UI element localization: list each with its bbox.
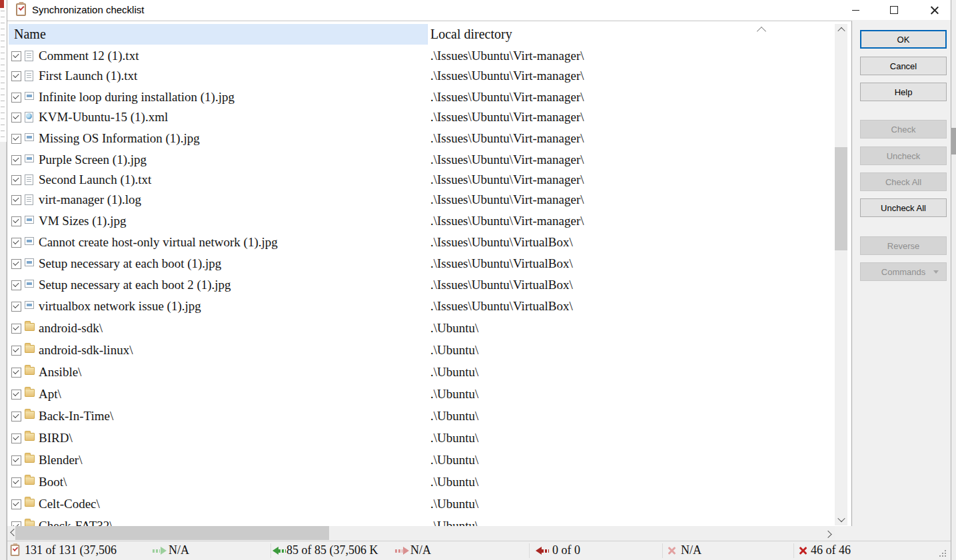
status-text: 131 of 131 (37,506 [25,541,117,559]
ok-button[interactable]: OK [860,30,947,49]
local-directory: .\Ubuntu\ [430,384,478,404]
local-directory: .\Issues\Ubuntu\Virt-manager\ [430,46,584,66]
row-checkbox[interactable] [11,433,21,443]
row-checkbox[interactable] [11,302,21,312]
row-checkbox[interactable] [11,216,21,226]
horizontal-scrollbar[interactable] [7,526,835,540]
list-item[interactable]: Boot\.\Ubuntu\ [7,472,835,492]
list-item[interactable]: Blender\.\Ubuntu\ [7,450,835,470]
local-directory: .\Ubuntu\ [430,362,478,382]
file-name: Second Launch (1).txt [39,170,151,190]
row-checkbox[interactable] [11,455,21,465]
local-directory: .\Issues\Ubuntu\VirtualBox\ [430,232,573,252]
help-button[interactable]: Help [860,83,947,101]
list-item[interactable]: Purple Screen (1).jpg.\Issues\Ubuntu\Vir… [7,150,835,170]
uncheck-all-button[interactable]: Uncheck All [860,198,947,217]
check-all-button-label: Check All [885,177,921,187]
checklist-icon [11,545,20,556]
close-icon [931,6,939,14]
local-directory: .\Ubuntu\ [430,318,478,338]
list-item[interactable]: Apt\.\Ubuntu\ [7,384,835,404]
image-file-icon [25,280,34,288]
row-checkbox[interactable] [11,134,21,144]
status-text: N/A [410,541,431,559]
minimize-icon [852,10,859,11]
uncheck-all-button-label: Uncheck All [881,203,926,213]
row-checkbox[interactable] [11,280,21,290]
list-item[interactable]: Setup necessary at each boot 2 (1).jpg.\… [7,275,835,295]
sync-checklist-window: Synchronization checklist Name Local dir… [7,0,951,560]
commands-button-label: Commands [881,267,925,277]
vertical-scrollbar-thumb[interactable] [835,147,847,250]
row-checkbox[interactable] [11,346,21,356]
row-checkbox[interactable] [11,259,21,269]
arrow-left-green-icon [272,547,286,555]
row-checkbox[interactable] [11,51,21,61]
list-item[interactable]: Cannot create host-only virtual network … [7,232,835,252]
scroll-right-button[interactable] [821,526,835,540]
row-checkbox[interactable] [11,113,21,123]
image-file-icon [25,92,34,100]
row-checkbox[interactable] [11,390,21,400]
column-header-name[interactable]: Name [9,24,428,45]
folder-icon [25,323,35,331]
file-name: Celt-Codec\ [39,494,100,514]
row-checkbox[interactable] [11,238,21,248]
list-item[interactable]: Second Launch (1).txt.\Issues\Ubuntu\Vir… [7,170,835,190]
list-item[interactable]: Setup necessary at each boot (1).jpg.\Is… [7,254,835,274]
status-separator [793,543,794,558]
list-item[interactable]: Infinite loop during installation (1).jp… [7,87,835,107]
background-window-right-edge [951,0,956,560]
file-name: Blender\ [39,450,82,470]
file-name: Purple Screen (1).jpg [39,150,147,170]
list-item[interactable]: First Launch (1).txt.\Issues\Ubuntu\Virt… [7,66,835,86]
row-checkbox[interactable] [11,324,21,334]
title-bar[interactable]: Synchronization checklist [7,0,951,20]
background-ruler-ticks [1,11,5,141]
local-directory: .\Issues\Ubuntu\Virt-manager\ [430,211,584,231]
list-item[interactable]: Back-In-Time\.\Ubuntu\ [7,406,835,426]
row-checkbox[interactable] [11,175,21,185]
row-checkbox[interactable] [11,477,21,487]
list-item[interactable]: Comment 12 (1).txt.\Issues\Ubuntu\Virt-m… [7,46,835,66]
minimize-button[interactable] [840,0,871,20]
folder-icon [25,389,35,397]
list-item[interactable]: VM Sizes (1).jpg.\Issues\Ubuntu\Virt-man… [7,211,835,231]
list-header: Name Local directory [7,24,851,45]
row-checkbox[interactable] [11,195,21,205]
local-directory: .\Ubuntu\ [430,428,478,448]
close-button[interactable] [919,0,950,20]
list-item[interactable]: Ansible\.\Ubuntu\ [7,362,835,382]
maximize-button[interactable] [879,0,909,20]
list-item[interactable]: android-sdk\.\Ubuntu\ [7,318,835,338]
chevron-up-icon [837,27,845,35]
vertical-scrollbar[interactable] [835,24,847,525]
scroll-up-button[interactable] [835,24,847,36]
status-separator [270,543,271,558]
list-item[interactable]: virtualbox network issue (1).jpg.\Issues… [7,296,835,316]
folder-icon [25,345,35,353]
file-name: First Launch (1).txt [39,66,137,86]
row-checkbox[interactable] [11,155,21,165]
list-item[interactable]: Celt-Codec\.\Ubuntu\ [7,494,835,514]
list-item[interactable]: BIRD\.\Ubuntu\ [7,428,835,448]
cancel-button[interactable]: Cancel [860,57,947,75]
x-pink-icon [667,546,676,555]
row-checkbox[interactable] [11,71,21,81]
row-checkbox[interactable] [11,499,21,509]
resize-grip[interactable] [938,549,946,557]
list-item[interactable]: Missing OS Information (1).jpg.\Issues\U… [7,129,835,148]
file-name: virt-manager (1).log [39,190,141,210]
list-item[interactable]: KVM-Ubuntu-15 (1).xml.\Issues\Ubuntu\Vir… [7,107,835,127]
row-checkbox[interactable] [11,93,21,103]
scroll-down-button[interactable] [835,513,847,525]
list-item[interactable]: virt-manager (1).log.\Issues\Ubuntu\Virt… [7,190,835,210]
local-directory: .\Ubuntu\ [430,450,478,470]
file-name: Ansible\ [39,362,81,382]
column-header-local-directory[interactable]: Local directory [428,24,775,45]
list-item[interactable]: android-sdk-linux\.\Ubuntu\ [7,340,835,360]
row-checkbox[interactable] [11,412,21,421]
row-checkbox[interactable] [11,368,21,378]
horizontal-scrollbar-thumb[interactable] [15,526,329,540]
cancel-button-label: Cancel [890,61,917,71]
